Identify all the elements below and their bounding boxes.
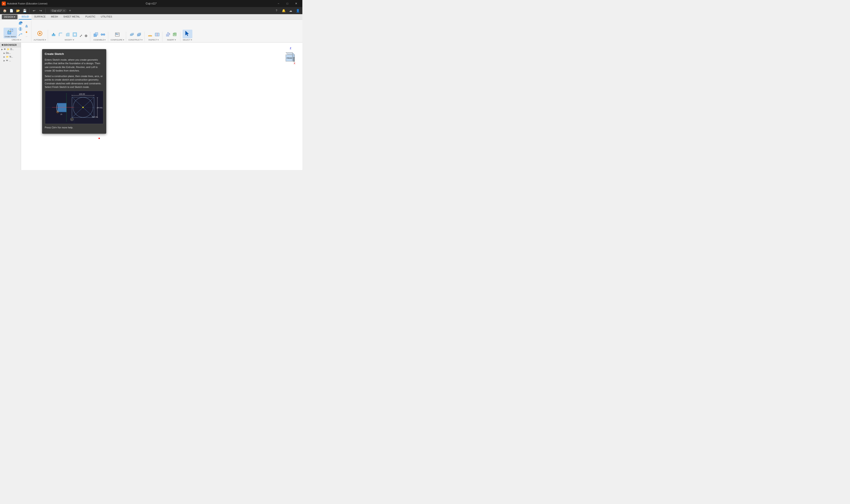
svg-rect-5 — [19, 23, 21, 24]
revolve-button[interactable] — [17, 26, 23, 32]
home-button[interactable]: 🏠 — [2, 8, 7, 14]
chamfer-button[interactable] — [65, 32, 71, 38]
section-analysis-icon — [155, 32, 160, 38]
maximize-button[interactable]: □ — [283, 0, 292, 7]
extrude-button[interactable] — [17, 21, 23, 26]
sweep-button[interactable] — [17, 33, 23, 38]
eye-icon-3: 👁 — [6, 59, 8, 62]
group-modify: ⤢ ⊕ MODIFY ▾ — [49, 32, 90, 41]
create-sketch-icon — [7, 28, 13, 35]
tooltip-title: Create Sketch — [45, 52, 104, 56]
tab-plastic[interactable]: PLASTIC — [83, 14, 98, 19]
user-account[interactable]: 👤 — [295, 8, 301, 14]
configure-button[interactable] — [114, 32, 121, 38]
svg-marker-16 — [53, 33, 54, 34]
item-label-3: ... — [9, 59, 11, 62]
insert-mesh-icon — [166, 32, 170, 38]
svg-rect-21 — [95, 33, 98, 35]
loft-button[interactable] — [24, 24, 30, 30]
tab-solid[interactable]: SOLID — [19, 14, 32, 19]
close-button[interactable]: ✕ — [292, 0, 301, 7]
measure-button[interactable] — [147, 32, 153, 38]
browser-item-2[interactable]: ▶ 📁 N... — [0, 55, 21, 59]
new-tab-button[interactable]: + — [68, 8, 72, 13]
shell-icon — [72, 32, 77, 38]
tab-sheet-metal[interactable]: SHEET METAL — [61, 14, 83, 19]
tooltip-para2: Select a construction plane, then create… — [45, 74, 104, 89]
offset-plane-icon — [129, 32, 134, 38]
svg-marker-17 — [66, 33, 69, 36]
new-button[interactable]: 📄 — [8, 8, 14, 14]
browser-item-1[interactable]: ▶ Do... — [0, 51, 21, 55]
press-pull-icon — [51, 32, 56, 38]
press-pull-button[interactable] — [50, 32, 57, 38]
design-dropdown-button[interactable]: DESIGN ▾ — [2, 15, 17, 19]
new-component-button[interactable] — [92, 32, 99, 38]
document-tab[interactable]: Cup v11* ✕ — [50, 9, 67, 12]
cloud-status[interactable]: ☁ — [288, 8, 293, 14]
title-bar: A Autodesk Fusion (Education License) Cu… — [0, 0, 302, 7]
item-label-2: N... — [10, 56, 13, 58]
canvas-area[interactable]: Create Sketch Enters Sketch mode, where … — [21, 42, 302, 170]
collapse-icon[interactable]: ◀ — [1, 43, 3, 46]
undo-button[interactable]: ↩ — [31, 8, 37, 14]
offset-plane-button[interactable] — [129, 32, 135, 38]
doc-title: Cup v11* — [146, 2, 157, 5]
group-insert: INSERT ▾ — [163, 32, 180, 41]
help-link[interactable]: ? — [274, 8, 279, 14]
svg-marker-6 — [19, 21, 21, 23]
arrow-icon-0: ▶ — [1, 48, 3, 51]
fillet2-icon — [58, 32, 63, 38]
svg-marker-45 — [169, 33, 170, 35]
create-sketch-button[interactable]: Create Sketch — [3, 28, 17, 38]
more-create[interactable]: ··· — [24, 35, 30, 38]
svg-point-22 — [101, 34, 103, 35]
shell-button[interactable] — [72, 32, 78, 38]
group-assemble: ASSEMBLE ▾ — [91, 32, 108, 41]
select-button[interactable] — [183, 30, 192, 38]
section-analysis-button[interactable] — [154, 32, 161, 38]
svg-line-4 — [8, 30, 9, 31]
loft-icon — [24, 24, 29, 29]
ribbon-content: Create Sketch — [0, 20, 302, 42]
combine-button[interactable]: ⊕ — [84, 33, 88, 38]
browser-item-0[interactable]: ▶ 👁 📁 D... — [0, 47, 21, 51]
group-inspect: INSPECT ▾ — [145, 32, 162, 41]
arrow-icon-2: ▶ — [3, 56, 5, 58]
app-name: Autodesk Fusion (Education License) — [7, 2, 47, 5]
chamfer-icon — [65, 32, 70, 38]
scale-button[interactable]: ⤢ — [78, 33, 83, 38]
svg-text:FRONT: FRONT — [287, 57, 293, 59]
decal-button[interactable] — [172, 32, 178, 38]
redo-button[interactable]: ↪ — [38, 8, 43, 14]
tab-mesh[interactable]: MESH — [48, 14, 61, 19]
midplane-button[interactable] — [136, 32, 142, 38]
svg-text:25: 25 — [60, 113, 62, 115]
open-button[interactable]: 📂 — [15, 8, 21, 14]
fillet-button[interactable]: ✦ — [24, 30, 30, 35]
svg-point-68 — [82, 107, 84, 108]
browser-item-3[interactable]: ▶ 👁 ... — [0, 59, 21, 62]
notifications-button[interactable]: 🔔 — [281, 8, 286, 14]
fillet2-button[interactable] — [57, 32, 64, 38]
tooltip-para1: Enters Sketch mode, where you create geo… — [45, 58, 104, 73]
automate-button[interactable] — [35, 30, 45, 38]
select-group-label: SELECT ▾ — [183, 39, 192, 41]
decal-icon — [173, 32, 178, 38]
svg-text:(60.00): (60.00) — [97, 107, 103, 109]
scale-icon: ⤢ — [79, 34, 82, 38]
insert-mesh-button[interactable] — [165, 32, 171, 38]
save-button[interactable]: 💾 — [22, 8, 28, 14]
tab-surface[interactable]: SURFACE — [32, 14, 48, 19]
create-group-label: CREATE ▾ — [12, 39, 21, 41]
insert-group-label: INSERT ▾ — [167, 39, 176, 41]
tab-close-button[interactable]: ✕ — [63, 10, 65, 12]
minimize-button[interactable]: − — [274, 0, 283, 7]
tab-utilities[interactable]: UTILITIES — [98, 14, 115, 19]
view-cube[interactable]: Z FRONT RIGHT X — [280, 47, 298, 65]
arrow-icon-3: ▶ — [3, 59, 5, 62]
svg-rect-28 — [116, 33, 116, 34]
browser-title: BROWSER — [4, 43, 17, 46]
joint-button[interactable] — [100, 32, 106, 38]
cursor-dot — [98, 138, 100, 139]
